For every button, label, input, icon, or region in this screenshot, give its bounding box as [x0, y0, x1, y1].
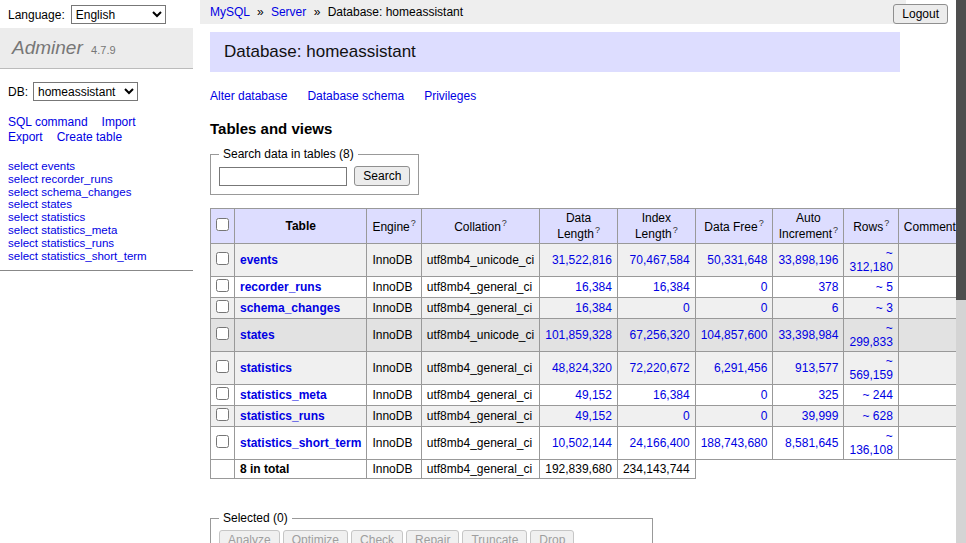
search-input[interactable]: [219, 167, 347, 186]
scrollbar-track[interactable]: [956, 0, 966, 543]
rows-link[interactable]: ~ 569,159: [849, 354, 892, 382]
auto-increment-link[interactable]: 33,398,984: [778, 328, 838, 342]
table-link-schema_changes[interactable]: schema_changes: [240, 301, 340, 315]
row-checkbox-events[interactable]: [216, 252, 229, 265]
help-icon[interactable]: ?: [411, 218, 416, 228]
data-free-link[interactable]: 0: [761, 280, 768, 294]
sidebar-select-statistics-short-term[interactable]: select statistics_short_term: [8, 250, 185, 263]
language-select[interactable]: English: [71, 5, 166, 24]
index-length-link[interactable]: 70,467,584: [630, 253, 690, 267]
data-free-link[interactable]: 0: [761, 301, 768, 315]
data-length-link[interactable]: 16,384: [575, 280, 612, 294]
data-length-link[interactable]: 10,502,144: [552, 436, 612, 450]
rows-link[interactable]: ~ 5: [876, 280, 893, 294]
logout-button[interactable]: Logout: [893, 4, 948, 24]
row-checkbox-recorder_runs[interactable]: [216, 279, 229, 292]
optimize-button[interactable]: Optimize: [283, 530, 348, 543]
truncate-button[interactable]: Truncate: [462, 530, 527, 543]
help-icon[interactable]: ?: [884, 218, 889, 228]
data-free-link[interactable]: 6,291,456: [714, 361, 767, 375]
table-link-statistics_runs[interactable]: statistics_runs: [240, 409, 325, 423]
table-link-statistics[interactable]: statistics: [240, 361, 292, 375]
index-length-link[interactable]: 67,256,320: [630, 328, 690, 342]
scrollbar-thumb[interactable]: [956, 0, 966, 300]
repair-button[interactable]: Repair: [406, 530, 459, 543]
database-schema-link[interactable]: Database schema: [307, 89, 404, 103]
help-icon[interactable]: ?: [833, 225, 838, 235]
table-link-statistics_short_term[interactable]: statistics_short_term: [240, 436, 361, 450]
data-length-link[interactable]: 16,384: [575, 301, 612, 315]
sidebar-link-import[interactable]: Import: [102, 115, 136, 129]
privileges-link[interactable]: Privileges: [424, 89, 476, 103]
sidebar-link-sql-command[interactable]: SQL command: [8, 115, 88, 129]
search-button[interactable]: Search: [354, 166, 410, 186]
breadcrumb: MySQL » Server » Database: homeassistant: [200, 0, 906, 24]
table-link-recorder_runs[interactable]: recorder_runs: [240, 280, 321, 294]
select-all-checkbox[interactable]: [216, 218, 229, 231]
data-length-link[interactable]: 101,859,328: [545, 328, 612, 342]
row-checkbox-schema_changes[interactable]: [216, 300, 229, 313]
sidebar-select-statistics-runs[interactable]: select statistics_runs: [8, 237, 185, 250]
index-length-link[interactable]: 0: [683, 301, 690, 315]
search-legend: Search data in tables (8): [219, 147, 358, 161]
index-length-link[interactable]: 72,220,672: [630, 361, 690, 375]
table-link-statistics_meta[interactable]: statistics_meta: [240, 388, 327, 402]
row-checkbox-statistics_meta[interactable]: [216, 387, 229, 400]
rows-link[interactable]: ~ 628: [862, 409, 892, 423]
sidebar-link-export[interactable]: Export: [8, 130, 43, 144]
auto-increment-link[interactable]: 39,999: [802, 409, 839, 423]
auto-increment-link[interactable]: 6: [832, 301, 839, 315]
sidebar-select-recorder-runs[interactable]: select recorder_runs: [8, 173, 185, 186]
col-header-label: Auto Increment: [779, 211, 832, 241]
data-free-link[interactable]: 0: [761, 388, 768, 402]
data-length-link[interactable]: 31,522,816: [552, 253, 612, 267]
data-length-cell: 31,522,816: [540, 244, 618, 277]
data-free-link[interactable]: 188,743,680: [701, 436, 768, 450]
table-link-states[interactable]: states: [240, 328, 275, 342]
data-free-link[interactable]: 50,331,648: [707, 253, 767, 267]
sidebar-select-statistics-meta[interactable]: select statistics_meta: [8, 224, 185, 237]
data-length-link[interactable]: 49,152: [575, 388, 612, 402]
sidebar-link-create-table[interactable]: Create table: [57, 130, 122, 144]
data-length-link[interactable]: 48,824,320: [552, 361, 612, 375]
row-checkbox-statistics_short_term[interactable]: [216, 435, 229, 448]
index-length-link[interactable]: 16,384: [653, 388, 690, 402]
check-button[interactable]: Check: [351, 530, 403, 543]
alter-database-link[interactable]: Alter database: [210, 89, 287, 103]
row-checkbox-statistics[interactable]: [216, 360, 229, 373]
sidebar-select-schema-changes[interactable]: select schema_changes: [8, 186, 185, 199]
data-free-link[interactable]: 104,857,600: [701, 328, 768, 342]
row-checkbox-statistics_runs[interactable]: [216, 408, 229, 421]
rows-link[interactable]: ~ 312,180: [849, 246, 892, 274]
auto-increment-link[interactable]: 913,577: [795, 361, 838, 375]
auto-increment-link[interactable]: 8,581,645: [785, 436, 838, 450]
index-length-link[interactable]: 0: [683, 409, 690, 423]
engine-cell: InnoDB: [367, 277, 421, 298]
adminer-logo[interactable]: Adminer: [12, 37, 83, 58]
rows-link[interactable]: ~ 3: [876, 301, 893, 315]
table-link-events[interactable]: events: [240, 253, 278, 267]
row-checkbox-states[interactable]: [216, 327, 229, 340]
rows-link[interactable]: ~ 244: [862, 388, 892, 402]
index-length-link[interactable]: 16,384: [653, 280, 690, 294]
help-icon[interactable]: ?: [502, 218, 507, 228]
analyze-button[interactable]: Analyze: [219, 530, 280, 543]
rows-link[interactable]: ~ 136,108: [849, 429, 892, 457]
breadcrumb-server-link[interactable]: Server: [271, 5, 306, 19]
help-icon[interactable]: ?: [759, 218, 764, 228]
db-select[interactable]: homeassistant: [33, 82, 138, 101]
auto-increment-link[interactable]: 378: [818, 280, 838, 294]
help-icon[interactable]: ?: [595, 225, 600, 235]
auto-increment-link[interactable]: 325: [818, 388, 838, 402]
sidebar-select-statistics[interactable]: select statistics: [8, 211, 185, 224]
data-free-link[interactable]: 0: [761, 409, 768, 423]
auto-increment-link[interactable]: 33,898,196: [778, 253, 838, 267]
rows-link[interactable]: ~ 299,833: [849, 321, 892, 349]
drop-button[interactable]: Drop: [530, 530, 574, 543]
sidebar-select-events[interactable]: select events: [8, 160, 185, 173]
index-length-link[interactable]: 24,166,400: [630, 436, 690, 450]
sidebar-select-states[interactable]: select states: [8, 198, 185, 211]
breadcrumb-mysql-link[interactable]: MySQL: [210, 5, 250, 19]
help-icon[interactable]: ?: [673, 225, 678, 235]
data-length-link[interactable]: 49,152: [575, 409, 612, 423]
